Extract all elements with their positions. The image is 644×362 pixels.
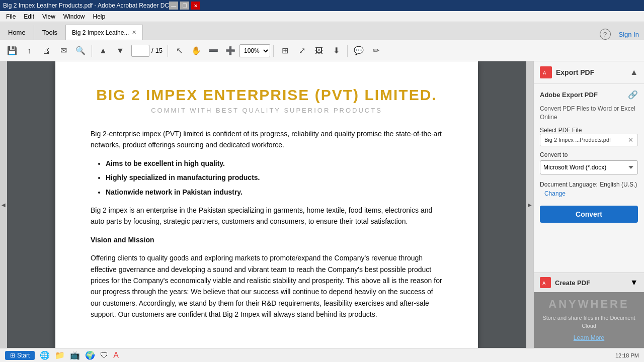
export-panel: A Export PDF ▲ Adobe Export PDF 🔗 Conver… — [534, 61, 644, 348]
statusbar-browser-icon: 🌍 — [85, 350, 95, 360]
titlebar: Big 2 Impex Leather Products.pdf - Adobe… — [0, 0, 644, 11]
company-title: BIG 2 IMPEX ENTERPRISE (PVT) LIMITED. — [91, 86, 443, 104]
pdf-bullet-1: Aims to be excellent in high quality. — [106, 158, 443, 169]
menu-window[interactable]: Window — [59, 12, 89, 21]
convert-button[interactable]: Convert — [540, 206, 638, 223]
statusbar-time: 12:18 PM — [615, 352, 639, 358]
pdf-page: BIG 2 IMPEX ENTERPRISE (PVT) LIMITED. CO… — [55, 61, 478, 348]
menu-edit[interactable]: Edit — [20, 12, 38, 21]
restore-button[interactable]: ❐ — [180, 2, 189, 10]
signin-button[interactable]: Sign In — [619, 31, 639, 38]
statusbar-security-icon: 🛡 — [100, 351, 108, 360]
pdf-bullets: Aims to be excellent in high quality. Hi… — [106, 158, 443, 198]
tab-document[interactable]: Big 2 Impex Leathe... ✕ — [66, 25, 143, 40]
email-button[interactable]: ✉ — [55, 43, 71, 59]
upload-button[interactable]: ↑ — [21, 43, 37, 59]
titlebar-controls: — ❐ ✕ — [169, 2, 200, 10]
doc-lang-label: Document Language: — [540, 181, 598, 188]
pdf-bullet-2: Highly specialized in manufacturing prod… — [106, 172, 443, 183]
toolbar-separator-3 — [273, 45, 274, 57]
download-button[interactable]: ⬇ — [328, 43, 344, 59]
create-pdf-bar[interactable]: A Create PDF ▼ — [534, 273, 644, 292]
menubar: File Edit View Window Help — [0, 11, 644, 22]
convert-to-select[interactable]: Microsoft Word (*.docx) — [540, 160, 638, 174]
fit-page-button[interactable]: ⊞ — [277, 43, 293, 59]
tab-right-area: ? Sign In — [600, 29, 644, 40]
adobe-link-icon[interactable]: 🔗 — [628, 90, 638, 100]
menu-file[interactable]: File — [2, 12, 20, 21]
zoom-in-button[interactable]: ➕ — [222, 43, 238, 59]
zoom-out-button[interactable]: ➖ — [205, 43, 221, 59]
pdf-bullet-3: Nationwide network in Pakistan industry. — [106, 187, 443, 198]
page-number-input[interactable]: 1 — [131, 45, 149, 57]
main-area: ◀ BIG 2 IMPEX ENTERPRISE (PVT) LIMITED. … — [0, 61, 644, 348]
toolbar-separator-1 — [92, 45, 92, 57]
help-icon[interactable]: ? — [600, 29, 611, 40]
comment-button[interactable]: 💬 — [351, 43, 367, 59]
export-pdf-icon: A — [540, 66, 552, 78]
save-button[interactable]: 💾 — [4, 43, 20, 59]
doc-language-section: Document Language: English (U.S.) Change — [540, 179, 638, 198]
export-description: Convert PDF Files to Word or Excel Onlin… — [540, 105, 638, 122]
start-icon: ⊞ — [10, 352, 15, 359]
change-language-link[interactable]: Change — [544, 190, 566, 197]
tabbar: Home Tools Big 2 Impex Leathe... ✕ ? Sig… — [0, 22, 644, 40]
adobe-export-title-row: Adobe Export PDF 🔗 — [540, 90, 638, 100]
statusbar-media-icon: 📺 — [70, 350, 80, 360]
pen-button[interactable]: ✏ — [368, 43, 384, 59]
pdf-para1: Big 2-enterprise impex (PVT) limited is … — [91, 128, 443, 151]
titlebar-title: Big 2 Impex Leather Products.pdf - Adobe… — [3, 2, 169, 9]
statusbar: ⊞ Start 🌐 📁 📺 🌍 🛡 A 12:18 PM — [0, 348, 644, 362]
rotate-button[interactable]: ⤢ — [294, 43, 310, 59]
file-name: Big 2 Impex ...Products.pdf — [544, 137, 611, 143]
svg-text:A: A — [543, 70, 546, 75]
menu-help[interactable]: Help — [89, 12, 110, 21]
tab-home[interactable]: Home — [0, 25, 34, 40]
pdf-para2: Big 2 impex is an enterprise in the Paki… — [91, 205, 443, 227]
page-total: 15 — [155, 47, 163, 54]
create-pdf-title: Create PDF — [555, 279, 590, 287]
promo-description: Store and share files in the Document Cl… — [540, 314, 638, 330]
print-button[interactable]: 🖨 — [38, 43, 54, 59]
promo-text: ANYWHERE — [540, 298, 638, 310]
pdf-viewer[interactable]: BIG 2 IMPEX ENTERPRISE (PVT) LIMITED. CO… — [7, 61, 526, 348]
left-panel-toggle[interactable]: ◀ — [0, 61, 7, 348]
create-pdf-icon: A — [540, 277, 551, 288]
export-collapse-button[interactable]: ▲ — [630, 68, 638, 77]
minimize-button[interactable]: — — [169, 2, 178, 10]
select-file-label: Select PDF File — [540, 127, 638, 134]
statusbar-adobe-icon: A — [113, 351, 119, 360]
convert-to-section: Convert to Microsoft Word (*.docx) — [540, 151, 638, 174]
select-tool-button[interactable]: ↖ — [171, 43, 187, 59]
page-separator: / — [151, 47, 153, 54]
pdf-para3: Offering clients to quality goods and ex… — [91, 252, 443, 320]
statusbar-app-icon: 🌐 — [40, 350, 50, 360]
convert-to-label: Convert to — [540, 151, 638, 158]
zoom-select[interactable]: 100% 75% 125% 150% — [239, 44, 270, 57]
right-panel-toggle[interactable]: ▶ — [526, 61, 533, 348]
pdf-body: Big 2-enterprise impex (PVT) limited is … — [91, 128, 443, 320]
export-header: A Export PDF ▲ — [534, 61, 644, 84]
pdf-vision-title: Vision and Mission — [91, 234, 443, 245]
promo-banner: ANYWHERE Store and share files in the Do… — [534, 292, 644, 348]
export-body: Adobe Export PDF 🔗 Convert PDF Files to … — [534, 84, 644, 273]
create-pdf-left: A Create PDF — [540, 277, 590, 288]
next-page-button[interactable]: ▼ — [112, 43, 128, 59]
tab-tools[interactable]: Tools — [34, 25, 66, 40]
close-button[interactable]: ✕ — [191, 2, 200, 10]
start-button[interactable]: ⊞ Start — [5, 351, 35, 360]
search-button[interactable]: 🔍 — [72, 43, 89, 59]
menu-view[interactable]: View — [38, 12, 59, 21]
prev-page-button[interactable]: ▲ — [95, 43, 111, 59]
toolbar: 💾 ↑ 🖨 ✉ 🔍 ▲ ▼ 1 / 15 ↖ ✋ ➖ ➕ 100% 75% 12… — [0, 40, 644, 61]
create-pdf-expand-icon: ▼ — [630, 278, 638, 287]
page-navigation: 1 / 15 — [131, 45, 163, 57]
hand-tool-button[interactable]: ✋ — [188, 43, 204, 59]
learn-more-link[interactable]: Learn More — [574, 334, 604, 341]
image-button[interactable]: 🖼 — [311, 43, 327, 59]
pdf-subtitle: COMMIT WITH BEST QUALITY SUPERIOR PRODUC… — [91, 107, 443, 114]
statusbar-folder-icon: 📁 — [55, 350, 65, 360]
right-panel: A Export PDF ▲ Adobe Export PDF 🔗 Conver… — [533, 61, 644, 348]
file-remove-icon[interactable]: ✕ — [628, 136, 633, 144]
tab-close-icon[interactable]: ✕ — [132, 29, 136, 36]
